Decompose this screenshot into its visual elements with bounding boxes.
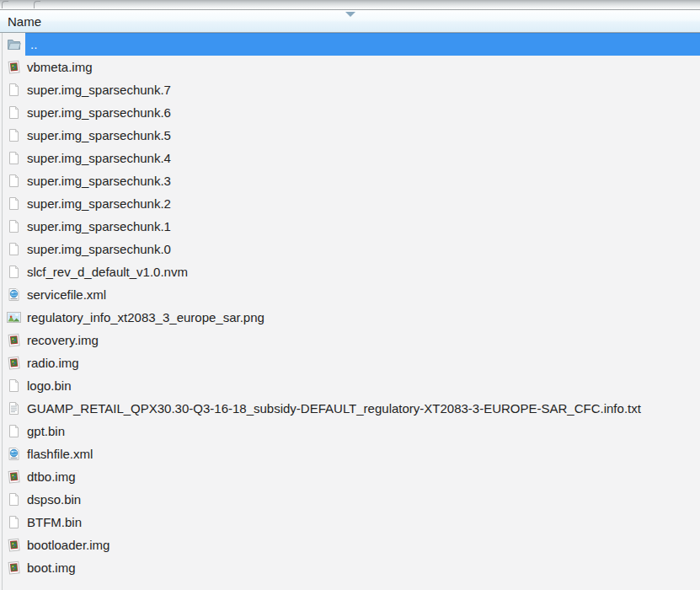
file-name: GUAMP_RETAIL_QPX30.30-Q3-16-18_subsidy-D… <box>25 401 641 416</box>
row-highlight: super.img_sparsechunk.3 <box>25 169 700 192</box>
file-row[interactable]: super.img_sparsechunk.1 <box>0 215 700 238</box>
blank-icon <box>6 491 22 507</box>
blank-icon <box>6 218 22 234</box>
row-highlight: super.img_sparsechunk.6 <box>25 101 700 124</box>
file-name: .. <box>25 37 37 51</box>
file-row[interactable]: bootloader.img <box>0 534 700 556</box>
file-row[interactable]: servicefile.xml <box>0 283 700 306</box>
file-name: gpt.bin <box>25 424 65 438</box>
img-icon <box>6 355 22 371</box>
blank-icon <box>6 196 22 212</box>
file-name: servicefile.xml <box>25 287 106 302</box>
name-column-header[interactable]: Name <box>0 10 700 33</box>
file-name: super.img_sparsechunk.5 <box>25 128 171 142</box>
file-name: super.img_sparsechunk.4 <box>25 151 171 165</box>
row-highlight: BTFM.bin <box>25 511 700 534</box>
file-name: boot.img <box>25 560 76 575</box>
row-highlight: super.img_sparsechunk.1 <box>25 215 700 238</box>
row-highlight: GUAMP_RETAIL_QPX30.30-Q3-16-18_subsidy-D… <box>25 397 700 420</box>
file-row[interactable]: slcf_rev_d_default_v1.0.nvm <box>0 260 700 283</box>
row-highlight: super.img_sparsechunk.4 <box>25 147 700 169</box>
blank-icon <box>6 514 22 530</box>
blank-icon <box>6 150 22 166</box>
file-row[interactable]: logo.bin <box>0 374 700 397</box>
file-row[interactable]: super.img_sparsechunk.2 <box>0 192 700 215</box>
file-row[interactable]: super.img_sparsechunk.5 <box>0 124 700 147</box>
row-highlight: super.img_sparsechunk.0 <box>25 238 700 260</box>
file-row[interactable]: super.img_sparsechunk.7 <box>0 78 700 101</box>
blank-icon <box>6 105 22 121</box>
file-name: super.img_sparsechunk.2 <box>25 196 171 211</box>
file-row[interactable]: .. <box>0 33 700 56</box>
sort-descending-icon <box>345 12 355 17</box>
file-row[interactable]: super.img_sparsechunk.4 <box>0 147 700 169</box>
blank-icon <box>6 173 22 189</box>
file-row[interactable]: super.img_sparsechunk.0 <box>0 238 700 260</box>
blank-icon <box>6 241 22 257</box>
img-icon <box>6 469 22 485</box>
blank-icon <box>6 378 22 394</box>
row-highlight: gpt.bin <box>25 420 700 442</box>
img-icon <box>6 560 22 576</box>
file-row[interactable]: vbmeta.img <box>0 56 700 78</box>
file-name: slcf_rev_d_default_v1.0.nvm <box>25 265 188 279</box>
edge-tick <box>34 1 40 8</box>
file-row[interactable]: dtbo.img <box>0 465 700 488</box>
text-icon <box>6 400 22 416</box>
file-name: bootloader.img <box>25 538 110 552</box>
edge-tick <box>2 1 8 8</box>
picture-icon <box>6 309 22 325</box>
file-name: super.img_sparsechunk.1 <box>25 219 171 233</box>
row-highlight: slcf_rev_d_default_v1.0.nvm <box>25 260 700 283</box>
img-icon <box>6 537 22 553</box>
column-header-label: Name <box>0 14 41 29</box>
row-highlight: vbmeta.img <box>25 56 700 78</box>
file-row[interactable]: super.img_sparsechunk.3 <box>0 169 700 192</box>
file-list: .. vbmeta.img super.img_sparsechunk.7 su… <box>0 33 700 579</box>
file-name: super.img_sparsechunk.3 <box>25 174 171 188</box>
file-row[interactable]: flashfile.xml <box>0 442 700 465</box>
file-row[interactable]: GUAMP_RETAIL_QPX30.30-Q3-16-18_subsidy-D… <box>0 397 700 420</box>
file-name: radio.img <box>25 356 79 370</box>
file-name: super.img_sparsechunk.7 <box>25 83 171 97</box>
file-name: logo.bin <box>25 378 72 393</box>
file-row[interactable]: super.img_sparsechunk.6 <box>0 101 700 124</box>
row-highlight: regulatory_info_xt2083_3_europe_sar.png <box>25 306 700 329</box>
file-row[interactable]: recovery.img <box>0 329 700 351</box>
xml-icon <box>6 446 22 462</box>
blank-icon <box>6 264 22 280</box>
file-name: super.img_sparsechunk.6 <box>25 105 171 120</box>
row-highlight: super.img_sparsechunk.7 <box>25 78 700 101</box>
file-row[interactable]: dspso.bin <box>0 488 700 511</box>
row-highlight: .. <box>25 33 700 56</box>
folder-icon <box>6 36 22 52</box>
file-row[interactable]: gpt.bin <box>0 420 700 442</box>
blank-icon <box>6 127 22 143</box>
file-name: dtbo.img <box>25 469 76 484</box>
blank-icon <box>6 82 22 98</box>
row-highlight: super.img_sparsechunk.2 <box>25 192 700 215</box>
file-name: BTFM.bin <box>25 515 82 529</box>
row-highlight: radio.img <box>25 351 700 374</box>
file-name: dspso.bin <box>25 492 81 507</box>
row-highlight: boot.img <box>25 556 700 579</box>
file-name: super.img_sparsechunk.0 <box>25 242 171 256</box>
file-name: recovery.img <box>25 333 99 347</box>
file-name: regulatory_info_xt2083_3_europe_sar.png <box>25 310 265 324</box>
img-icon <box>6 332 22 348</box>
row-highlight: dtbo.img <box>25 465 700 488</box>
blank-icon <box>6 423 22 439</box>
file-name: flashfile.xml <box>25 447 93 461</box>
file-row[interactable]: boot.img <box>0 556 700 579</box>
file-row[interactable]: BTFM.bin <box>0 511 700 534</box>
file-list-pane: Name .. vbmeta.img super.img_sparsechunk… <box>0 10 700 579</box>
file-row[interactable]: regulatory_info_xt2083_3_europe_sar.png <box>0 306 700 329</box>
row-highlight: super.img_sparsechunk.5 <box>25 124 700 147</box>
row-highlight: dspso.bin <box>25 488 700 511</box>
file-row[interactable]: radio.img <box>0 351 700 374</box>
row-highlight: flashfile.xml <box>25 442 700 465</box>
row-highlight: logo.bin <box>25 374 700 397</box>
top-edge-strip <box>0 0 700 10</box>
xml-icon <box>6 287 22 303</box>
row-highlight: bootloader.img <box>25 534 700 556</box>
